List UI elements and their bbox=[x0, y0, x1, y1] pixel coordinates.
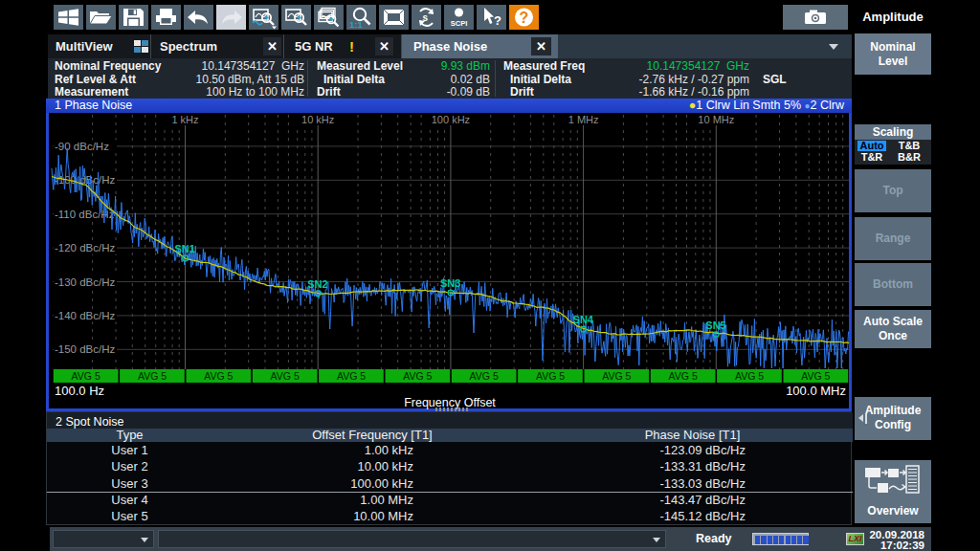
svg-text:AVG 5: AVG 5 bbox=[536, 370, 565, 382]
svg-text:AVG 5: AVG 5 bbox=[470, 370, 499, 382]
svg-text:SCPI: SCPI bbox=[451, 19, 468, 28]
svg-text:AVG 5: AVG 5 bbox=[138, 370, 167, 382]
svg-text:SN3: SN3 bbox=[440, 277, 460, 289]
svg-text:AVG 5: AVG 5 bbox=[271, 370, 300, 382]
svg-text:SN2: SN2 bbox=[307, 278, 327, 290]
svg-text:AVG 5: AVG 5 bbox=[403, 370, 432, 382]
svg-text:-130 dBc/Hz: -130 dBc/Hz bbox=[55, 276, 116, 288]
svg-text:SN5: SN5 bbox=[705, 320, 725, 331]
svg-text:1:1: 1:1 bbox=[349, 19, 363, 30]
svg-text:AVG 5: AVG 5 bbox=[801, 370, 830, 382]
svg-text:1 kHz: 1 kHz bbox=[171, 114, 198, 125]
svg-text:-90 dBc/Hz: -90 dBc/Hz bbox=[55, 141, 109, 152]
svg-text:1 MHz: 1 MHz bbox=[568, 114, 599, 125]
svg-text:AVG 5: AVG 5 bbox=[735, 370, 764, 382]
svg-text:10 MHz: 10 MHz bbox=[698, 114, 734, 125]
svg-text:10 kHz: 10 kHz bbox=[301, 114, 334, 125]
svg-text:?: ? bbox=[520, 10, 529, 26]
svg-text:?: ? bbox=[494, 13, 501, 28]
svg-text:AVG 5: AVG 5 bbox=[204, 370, 233, 382]
svg-text:AVG 5: AVG 5 bbox=[72, 370, 100, 382]
svg-text:AVG 5: AVG 5 bbox=[602, 370, 631, 382]
svg-text:AVG 5: AVG 5 bbox=[337, 370, 366, 382]
svg-text:s: s bbox=[423, 12, 429, 23]
svg-text:-140 dBc/Hz: -140 dBc/Hz bbox=[55, 310, 116, 321]
svg-text:SN4: SN4 bbox=[573, 314, 594, 325]
svg-text:100 kHz: 100 kHz bbox=[432, 114, 470, 125]
svg-text:-150 dBc/Hz: -150 dBc/Hz bbox=[55, 343, 116, 355]
svg-text:-120 dBc/Hz: -120 dBc/Hz bbox=[55, 242, 116, 253]
svg-text:SN1: SN1 bbox=[175, 243, 195, 254]
svg-text:AVG 5: AVG 5 bbox=[669, 370, 698, 382]
